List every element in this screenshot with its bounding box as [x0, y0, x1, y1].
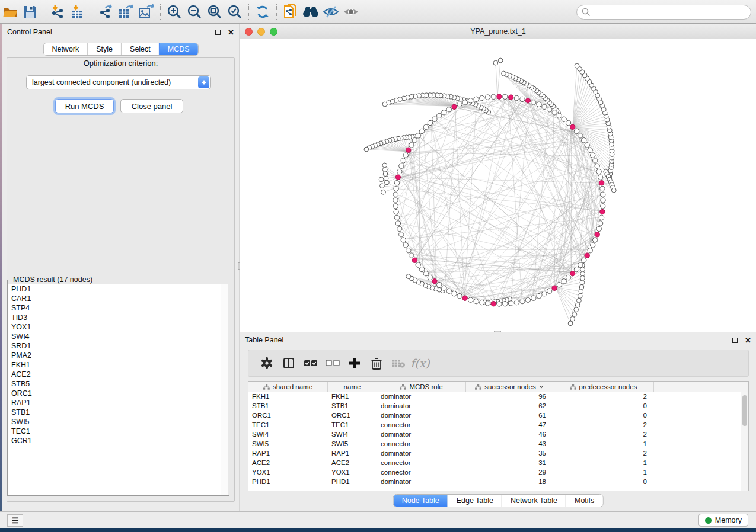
table-settings-gear-icon[interactable]: [256, 352, 277, 374]
search-input[interactable]: [591, 7, 751, 18]
table-cell: dominator: [377, 392, 466, 402]
table-cell: ORC1: [248, 411, 328, 421]
float-panel-icon[interactable]: [215, 30, 221, 35]
tab-network[interactable]: Network: [43, 43, 87, 55]
task-history-list-icon[interactable]: ☰: [7, 514, 23, 527]
column-header-successor-nodes[interactable]: successor nodes: [466, 382, 553, 392]
table-row[interactable]: SWI5SWI5connector431: [248, 440, 748, 449]
mcds-list-scrollbar[interactable]: [221, 284, 228, 495]
close-panel-icon[interactable]: ✕: [228, 28, 234, 36]
memory-button[interactable]: Memory: [698, 514, 748, 527]
status-bar: ☰ Memory: [0, 511, 756, 528]
open-session-icon[interactable]: [0, 3, 20, 21]
mcds-result-item[interactable]: FKH1: [8, 360, 228, 370]
column-type-icon: [263, 384, 270, 390]
refresh-icon[interactable]: [253, 3, 273, 21]
memory-status-icon: [705, 517, 712, 524]
tab-edge-table[interactable]: Edge Table: [448, 495, 502, 507]
tab-select[interactable]: Select: [121, 43, 159, 55]
mcds-result-item[interactable]: SWI4: [8, 332, 228, 341]
mcds-result-item[interactable]: STP4: [8, 303, 228, 313]
table-cell: 61: [466, 411, 553, 421]
zoom-fit-icon[interactable]: [205, 3, 225, 21]
tab-mcds[interactable]: MCDS: [159, 43, 198, 55]
table-row[interactable]: RAP1RAP1dominator352: [248, 449, 748, 459]
float-panel-icon[interactable]: [732, 338, 738, 343]
table-cell: 2: [553, 421, 654, 430]
export-table-icon[interactable]: [116, 3, 136, 21]
search-network-binoculars-icon[interactable]: [301, 3, 321, 21]
import-network-icon[interactable]: [48, 3, 68, 21]
delete-column-trash-icon[interactable]: [365, 352, 387, 374]
table-cell: STB1: [248, 402, 328, 411]
hide-details-icon[interactable]: [321, 3, 341, 21]
search-icon: [582, 8, 591, 17]
mcds-result-item[interactable]: TEC1: [8, 427, 228, 436]
toolbar-separator: [276, 4, 277, 20]
tab-network-table[interactable]: Network Table: [502, 495, 566, 507]
table-row[interactable]: FKH1FKH1dominator962: [248, 392, 748, 402]
mcds-result-item[interactable]: SRD1: [8, 341, 228, 351]
mcds-result-item[interactable]: CAR1: [8, 294, 228, 303]
column-header-shared-name[interactable]: shared name: [248, 382, 328, 392]
clone-network-icon[interactable]: [280, 3, 301, 21]
zoom-selected-icon[interactable]: [225, 3, 245, 21]
column-header-name[interactable]: name: [328, 382, 377, 392]
run-mcds-button[interactable]: Run MCDS: [55, 99, 114, 113]
zoom-out-icon[interactable]: [184, 3, 205, 21]
mcds-result-item[interactable]: SWI5: [8, 417, 228, 427]
show-details-eye-icon[interactable]: [341, 3, 361, 21]
mcds-result-item[interactable]: GCR1: [8, 436, 228, 446]
column-header-mcds-role[interactable]: MCDS role: [377, 382, 466, 392]
save-session-icon[interactable]: [20, 3, 40, 21]
table-scrollbar[interactable]: [741, 392, 748, 491]
table-row[interactable]: SWI4SWI4dominator462: [248, 430, 748, 440]
create-column-plus-icon[interactable]: [343, 352, 365, 374]
table-cell: SWI4: [328, 430, 377, 440]
column-header-predecessor-nodes[interactable]: predecessor nodes: [553, 382, 654, 392]
table-cell: 0: [553, 411, 654, 421]
table-row[interactable]: ORC1ORC1dominator610: [248, 411, 748, 421]
table-row[interactable]: ACE2ACE2connector311: [248, 459, 748, 468]
table-cell: SWI5: [248, 440, 328, 449]
export-image-icon[interactable]: [136, 3, 157, 21]
tab-style[interactable]: Style: [87, 43, 121, 55]
table-row[interactable]: PHD1PHD1dominator180: [248, 477, 748, 487]
table-cell: connector: [377, 459, 466, 468]
close-panel-icon[interactable]: ✕: [745, 336, 751, 344]
mcds-result-item[interactable]: ORC1: [8, 389, 228, 398]
mcds-result-item[interactable]: YOX1: [8, 322, 228, 332]
optimization-criterion-select[interactable]: largest connected component (undirected): [26, 75, 211, 89]
zoom-in-icon[interactable]: [164, 3, 184, 21]
mcds-result-item[interactable]: ACE2: [8, 370, 228, 379]
table-row[interactable]: YOX1YOX1connector291: [248, 468, 748, 477]
unselect-all-columns-icon[interactable]: [321, 352, 343, 374]
table-row[interactable]: TEC1TEC1connector472: [248, 421, 748, 430]
mcds-result-item[interactable]: STB1: [8, 408, 228, 417]
table-cell: 1: [553, 459, 654, 468]
select-all-columns-icon[interactable]: [299, 352, 321, 374]
mcds-result-item[interactable]: TID3: [8, 313, 228, 322]
tab-motifs[interactable]: Motifs: [566, 495, 602, 507]
table-scrollbar-thumb[interactable]: [742, 395, 747, 426]
import-table-icon[interactable]: [68, 3, 88, 21]
show-column-icon[interactable]: [277, 352, 299, 374]
tab-node-table[interactable]: Node Table: [394, 495, 448, 507]
mcds-result-item[interactable]: STB5: [8, 379, 228, 389]
sort-chevron-icon: [539, 385, 544, 389]
search-field[interactable]: [576, 5, 751, 20]
table-cell: PHD1: [248, 477, 328, 487]
network-graph-canvas[interactable]: [240, 39, 755, 331]
mcds-result-item[interactable]: RAP1: [8, 398, 228, 408]
table-row[interactable]: STB1STB1dominator620: [248, 402, 748, 411]
table-cell: 18: [466, 477, 553, 487]
close-panel-button[interactable]: Close panel: [120, 99, 183, 113]
export-network-icon[interactable]: [96, 3, 116, 21]
mcds-result-item[interactable]: PHD1: [8, 284, 228, 294]
table-cell: connector: [377, 421, 466, 430]
select-stepper-icon: [198, 76, 209, 88]
mcds-result-item[interactable]: PMA2: [8, 351, 228, 360]
table-cell: 43: [466, 440, 553, 449]
table-cell: 47: [466, 421, 553, 430]
table-cell: 1: [553, 468, 654, 477]
